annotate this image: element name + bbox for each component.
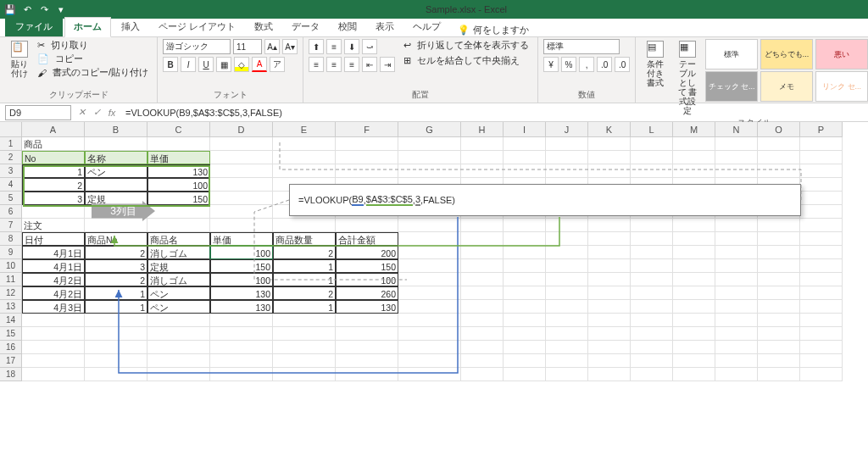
tab-insert[interactable]: 挿入 xyxy=(113,18,148,36)
cell-D8[interactable]: 単価 xyxy=(210,232,273,246)
cell-B9[interactable]: 2 xyxy=(85,246,147,259)
cell-D13[interactable]: 130 xyxy=(210,300,273,314)
cell-N17[interactable] xyxy=(715,354,758,368)
border-button[interactable]: ▦ xyxy=(216,57,231,72)
cell-E3[interactable] xyxy=(273,164,336,178)
row-header-3[interactable]: 3 xyxy=(0,164,22,178)
number-format-combo[interactable]: 標準 xyxy=(543,39,620,54)
cell-C4[interactable]: 100 xyxy=(147,178,210,192)
cell-E15[interactable] xyxy=(273,327,336,341)
format-painter-icon[interactable]: 🖌 xyxy=(37,68,47,78)
cell-P14[interactable] xyxy=(800,314,843,327)
cell-B14[interactable] xyxy=(85,314,147,327)
cell-B12[interactable]: 1 xyxy=(85,286,147,300)
cell-D6[interactable] xyxy=(210,205,273,219)
cell-I14[interactable] xyxy=(504,314,546,327)
cell-K2[interactable] xyxy=(588,151,631,164)
cell-P13[interactable] xyxy=(800,300,843,314)
cell-O11[interactable] xyxy=(758,273,800,286)
cell-M11[interactable] xyxy=(673,273,715,286)
cell-A13[interactable]: 4月3日 xyxy=(22,300,85,314)
cell-I16[interactable] xyxy=(504,341,546,354)
cell-G13[interactable] xyxy=(398,300,461,314)
cell-D12[interactable]: 130 xyxy=(210,286,273,300)
cell-E11[interactable]: 1 xyxy=(273,273,336,286)
style-check[interactable]: チェック セ... xyxy=(705,71,758,102)
tab-file[interactable]: ファイル xyxy=(5,17,63,36)
cancel-icon[interactable]: ✕ xyxy=(75,106,88,119)
cell-L7[interactable] xyxy=(631,219,673,232)
cell-F11[interactable]: 100 xyxy=(336,273,398,286)
cell-G15[interactable] xyxy=(398,327,461,341)
cell-D9[interactable]: 100 xyxy=(210,246,273,259)
cell-F1[interactable] xyxy=(336,137,398,151)
cell-M9[interactable] xyxy=(673,246,715,259)
col-header-E[interactable]: E xyxy=(273,122,336,137)
cell-E1[interactable] xyxy=(273,137,336,151)
cell-N12[interactable] xyxy=(715,286,758,300)
cell-H3[interactable] xyxy=(461,164,504,178)
cell-H14[interactable] xyxy=(461,314,504,327)
cell-P12[interactable] xyxy=(800,286,843,300)
cell-B10[interactable]: 3 xyxy=(85,259,147,273)
cell-B5[interactable]: 定規 xyxy=(85,192,147,205)
row-header-8[interactable]: 8 xyxy=(0,232,22,246)
col-header-P[interactable]: P xyxy=(800,122,843,137)
cell-B4[interactable] xyxy=(85,178,147,192)
cut-button[interactable]: 切り取り xyxy=(47,39,92,52)
cell-G9[interactable] xyxy=(398,246,461,259)
cell-B17[interactable] xyxy=(85,354,147,368)
cell-B3[interactable]: ペン xyxy=(85,164,147,178)
cell-I11[interactable] xyxy=(504,273,546,286)
cell-F9[interactable]: 200 xyxy=(336,246,398,259)
cell-G12[interactable] xyxy=(398,286,461,300)
cell-E2[interactable] xyxy=(273,151,336,164)
tab-formulas[interactable]: 数式 xyxy=(246,18,281,36)
cell-I1[interactable] xyxy=(504,137,546,151)
row-header-9[interactable]: 9 xyxy=(0,246,22,259)
cell-D3[interactable] xyxy=(210,164,273,178)
cell-M1[interactable] xyxy=(673,137,715,151)
shrink-font-button[interactable]: A▾ xyxy=(282,39,298,54)
col-header-M[interactable]: M xyxy=(673,122,715,137)
cell-I10[interactable] xyxy=(504,259,546,273)
cell-F18[interactable] xyxy=(336,368,398,381)
tab-home[interactable]: ホーム xyxy=(64,17,111,37)
cell-P18[interactable] xyxy=(800,368,843,381)
cell-C5[interactable]: 150 xyxy=(147,192,210,205)
format-painter-button[interactable]: 書式のコピー/貼り付け xyxy=(49,66,152,79)
cell-styles-gallery[interactable]: 標準 どちらでも... 悪い チェック セ... メモ リンク セ... xyxy=(705,39,868,102)
cell-B13[interactable]: 1 xyxy=(85,300,147,314)
cell-K10[interactable] xyxy=(588,259,631,273)
wrap-text-button[interactable]: 折り返して全体を表示する xyxy=(414,39,532,52)
cell-C9[interactable]: 消しゴム xyxy=(147,246,210,259)
cell-C3[interactable]: 130 xyxy=(147,164,210,178)
row-header-1[interactable]: 1 xyxy=(0,137,22,151)
cell-D7[interactable] xyxy=(210,219,273,232)
cell-P11[interactable] xyxy=(800,273,843,286)
cell-A11[interactable]: 4月2日 xyxy=(22,273,85,286)
cell-J13[interactable] xyxy=(546,300,588,314)
col-header-C[interactable]: C xyxy=(147,122,210,137)
cell-K3[interactable] xyxy=(588,164,631,178)
cell-D18[interactable] xyxy=(210,368,273,381)
align-right-button[interactable]: ≡ xyxy=(344,57,359,72)
cell-M16[interactable] xyxy=(673,341,715,354)
wrap-text-icon[interactable]: ↩ xyxy=(403,40,411,51)
cell-N9[interactable] xyxy=(715,246,758,259)
col-header-A[interactable]: A xyxy=(22,122,85,137)
cell-C7[interactable] xyxy=(147,219,210,232)
cell-H2[interactable] xyxy=(461,151,504,164)
row-header-16[interactable]: 16 xyxy=(0,341,22,354)
cell-A3[interactable]: 1 xyxy=(22,164,85,178)
cell-J3[interactable] xyxy=(546,164,588,178)
redo-icon[interactable]: ↷ xyxy=(37,3,51,16)
cell-F17[interactable] xyxy=(336,354,398,368)
cell-A10[interactable]: 4月1日 xyxy=(22,259,85,273)
row-header-12[interactable]: 12 xyxy=(0,286,22,300)
cell-L9[interactable] xyxy=(631,246,673,259)
align-middle-button[interactable]: ≡ xyxy=(326,39,342,54)
cell-L13[interactable] xyxy=(631,300,673,314)
cell-G1[interactable] xyxy=(398,137,461,151)
cell-C10[interactable]: 定規 xyxy=(147,259,210,273)
